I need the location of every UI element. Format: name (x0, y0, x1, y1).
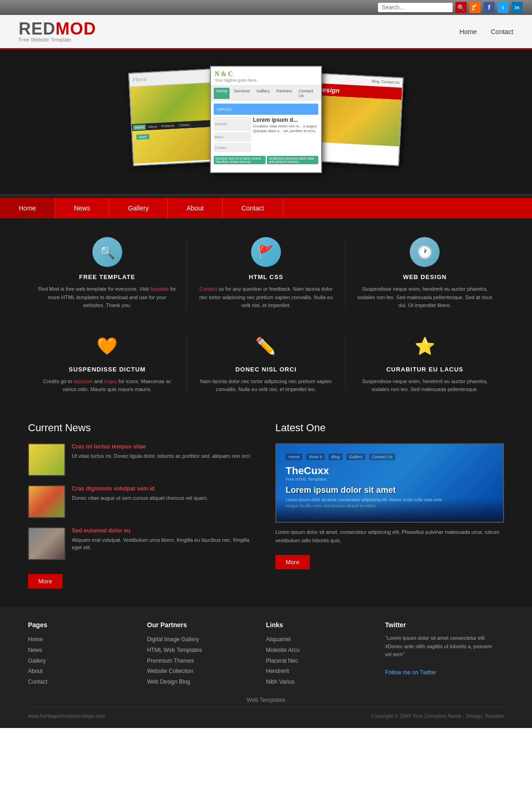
footer-col-partners: Our Partners Digital Image Gallery HTML … (147, 621, 266, 687)
main-nav-gallery[interactable]: Gallery (109, 198, 168, 218)
latest-nav-moreit: More It (306, 454, 325, 460)
main-nav-about[interactable]: About (168, 198, 223, 218)
feature-web-design-title: WEB DESIGN (355, 273, 495, 280)
footer-link-4[interactable]: Hendrerit (266, 666, 376, 677)
news-headline-3[interactable]: Sed euismod dolor eu (72, 527, 257, 534)
pencil-icon: ✏️ (253, 333, 279, 359)
news-headline-1[interactable]: Cras mi lectus tempus vitae (72, 443, 257, 450)
logo: REDMOD Free Website Template (19, 21, 96, 42)
flag-icon: 🚩 (251, 237, 281, 267)
footer-partner-3[interactable]: Preninium Themes (147, 656, 257, 666)
footer-twitter-quote: “Lorem ipsum dolor sit amet consectetur … (385, 634, 495, 659)
latest-city-gradient (276, 498, 503, 522)
feature-donec: ✏️ DONEC NISL ORCI Nam lacinia dolor nec… (187, 333, 345, 394)
feature-curabitur-text: Suspendisse neque enim, hendrerit eu auc… (355, 378, 495, 394)
screenshot-nc: N & C Your tagline goes here Home Servic… (210, 66, 322, 173)
footer-link-3[interactable]: Placerat Nec (266, 656, 376, 666)
news-excerpt-2: Donec vitae augue ut sem cursus aliquet … (72, 494, 257, 502)
header-nav-contact[interactable]: Contact (491, 28, 513, 35)
news-item-1: Cras mi lectus tempus vitae Ut vitae luc… (28, 443, 257, 476)
latest-tagline: Lorem ipsum dolor sit amet (286, 485, 396, 495)
main-nav-contact[interactable]: Contact (223, 198, 283, 218)
main-nav-home[interactable]: Home (0, 198, 55, 218)
contact-link[interactable]: Contact (199, 286, 217, 292)
web-templates-label: Web Templates (28, 697, 504, 703)
feature-suspendisse-text: Credits go to wpzoom and icojoy for icon… (37, 378, 177, 394)
footer-partner-5[interactable]: Web Design Blog (147, 677, 257, 687)
latest-nav: Home More It Blog Gallery Contact Us (286, 454, 395, 460)
latest-nav-contact: Contact Us (369, 454, 396, 460)
footer-link-1[interactable]: Aliquamel (266, 634, 376, 645)
footer-col-twitter: Twitter “Lorem ipsum dolor sit amet cons… (385, 621, 504, 687)
twitter-icon[interactable]: t (497, 2, 509, 13)
footer-partners-title: Our Partners (147, 621, 257, 629)
hero-section: Floral Home About Products Checki... New… (0, 49, 532, 194)
footer-page-about[interactable]: About (28, 666, 138, 677)
features-row-1: 🔍 FREE TEMPLATE Red Mod is free web temp… (0, 218, 532, 324)
news-content-1: Cras mi lectus tempus vitae Ut vitae luc… (72, 443, 257, 460)
feature-free-template-text: Red Mod is free web template for everyon… (37, 285, 177, 310)
footer-twitter-title: Twitter (385, 621, 495, 629)
header: REDMOD Free Website Template Home Contac… (0, 15, 532, 49)
footer-cols: Pages Home News Gallery About Contact Ou… (28, 621, 504, 687)
facebook-icon[interactable]: f (483, 2, 495, 13)
footer-copyright: Copyright © 2048 Your Company Name - Des… (371, 713, 504, 719)
news-thumb-2 (28, 485, 65, 518)
search-icon[interactable]: 🔍 (455, 2, 467, 13)
icojoy-link[interactable]: icojoy (104, 378, 117, 384)
feature-curabitur-title: CURABITUR EU LACUS (355, 366, 495, 373)
header-nav: Home Contact (459, 28, 513, 35)
main-nav-news[interactable]: News (55, 198, 109, 218)
news-content-2: Cras dignissim volutpat sem id Donec vit… (72, 485, 257, 502)
star-icon: ⭐ (412, 333, 438, 359)
latest-more-button[interactable]: More (275, 555, 310, 569)
latest-nav-home: Home (286, 454, 302, 460)
feature-free-template: 🔍 FREE TEMPLATE Red Mod is free web temp… (28, 237, 187, 310)
heart-icon: 🧡 (94, 333, 120, 359)
feature-html-css-text: Contact us for any question or feedback.… (196, 285, 336, 310)
header-nav-home[interactable]: Home (459, 28, 476, 35)
search-input[interactable] (378, 3, 453, 12)
footer-page-gallery[interactable]: Gallery (28, 656, 138, 666)
fooplate-link[interactable]: fooplate (150, 286, 168, 292)
feature-donec-title: DONEC NISL ORCI (196, 366, 336, 373)
top-bar: 🔍 f t in (0, 0, 532, 15)
news-more-button[interactable]: More (28, 574, 63, 588)
footer-partner-4[interactable]: Website Collection (147, 666, 257, 677)
latest-title: Latest One (275, 422, 504, 434)
footer-page-news[interactable]: News (28, 645, 138, 656)
footer-partner-1[interactable]: Digital Image Gallery (147, 634, 257, 645)
news-area: Current News Cras mi lectus tempus vitae… (0, 413, 532, 607)
latest-nav-blog: Blog (329, 454, 343, 460)
footer-links-title: Links (266, 621, 376, 629)
latest-logo-sub: Free HTML Templates (286, 477, 327, 482)
clock-icon: 🕐 (410, 237, 440, 267)
linkedin-icon[interactable]: in (511, 2, 523, 13)
footer-website-url: www.heritagechristiancollege.com (28, 713, 105, 719)
feature-web-design-text: Suspendisse neque enim, hendrerit eu auc… (355, 285, 495, 310)
magnify-icon: 🔍 (92, 237, 122, 267)
feature-free-template-title: FREE TEMPLATE (37, 273, 177, 280)
latest-image: Home More It Blog Gallery Contact Us The… (275, 443, 504, 523)
news-item-2: Cras dignissim volutpat sem id Donec vit… (28, 485, 257, 518)
footer-partner-2[interactable]: HTML Web Templates (147, 645, 257, 656)
feature-donec-text: Nam lacinia dolor nec tortor adipiscing … (196, 378, 336, 394)
footer-pages-title: Pages (28, 621, 138, 629)
feature-web-design: 🕐 WEB DESIGN Suspendisse neque enim, hen… (346, 237, 504, 310)
screenshot-design: Blog Contact Us Design (310, 73, 404, 166)
feature-html-css-title: HTML CSS (196, 273, 336, 280)
feature-curabitur: ⭐ CURABITUR EU LACUS Suspendisse neque e… (346, 333, 504, 394)
footer-bottom: www.heritagechristiancollege.com Copyrig… (28, 707, 504, 719)
footer-page-home[interactable]: Home (28, 634, 138, 645)
wpzoom-link[interactable]: wpzoom (74, 378, 93, 384)
news-headline-2[interactable]: Cras dignissim volutpat sem id (72, 485, 257, 492)
footer-follow-link[interactable]: Follow me on Twitter (385, 667, 495, 678)
main-nav: Home News Gallery About Contact (0, 198, 532, 218)
rss-icon[interactable] (469, 2, 481, 13)
footer-link-5[interactable]: Nibh Varius (266, 677, 376, 687)
news-item-3: Sed euismod dolor eu Aliquam erat volutp… (28, 527, 257, 560)
news-content-3: Sed euismod dolor eu Aliquam erat volutp… (72, 527, 257, 552)
feature-html-css: 🚩 HTML CSS Contact us for any question o… (187, 237, 345, 310)
footer-page-contact[interactable]: Contact (28, 677, 138, 687)
footer-link-2[interactable]: Molestie Arcu (266, 645, 376, 656)
